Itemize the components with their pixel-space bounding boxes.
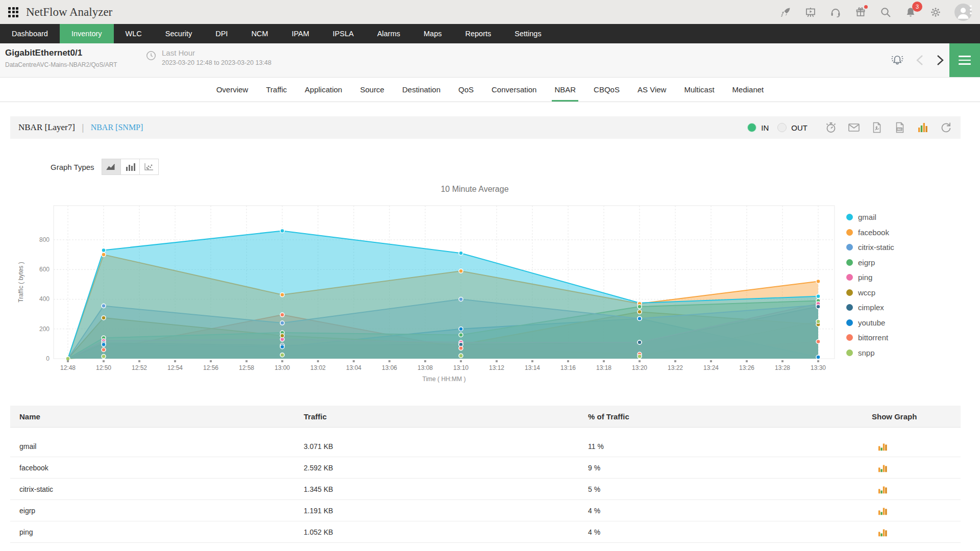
schedule-timer-icon[interactable]	[824, 121, 838, 134]
svg-text:0: 0	[46, 355, 50, 362]
chart-area: 020040060080012:4812:5012:5212:5412:5612…	[0, 202, 980, 395]
row-percent: 9 %	[588, 464, 600, 472]
legend-item-facebook[interactable]: facebook	[846, 225, 894, 240]
svg-text:13:06: 13:06	[382, 364, 397, 371]
refresh-icon[interactable]	[939, 121, 952, 134]
legend-dot	[846, 319, 853, 326]
svg-text:13:02: 13:02	[310, 364, 326, 371]
nav-item-security[interactable]: Security	[154, 24, 204, 43]
show-graph-button[interactable]	[878, 442, 888, 450]
time-period-selector[interactable]: Last Hour 2023-03-20 12:48 to 2023-03-20…	[145, 48, 272, 66]
alarm-bell-ring-icon[interactable]	[889, 52, 905, 68]
graph-type-area-button[interactable]	[102, 159, 121, 175]
traffic-chart[interactable]: 020040060080012:4812:5012:5212:5412:5612…	[0, 202, 980, 390]
svg-text:Traffic ( bytes ): Traffic ( bytes )	[17, 262, 24, 302]
pdf-export-icon[interactable]	[870, 121, 884, 134]
nav-item-settings[interactable]: Settings	[503, 24, 553, 43]
tab-as-view[interactable]: AS View	[638, 78, 666, 102]
row-name: facebook	[19, 464, 48, 472]
nav-overflow-kebab-icon[interactable]	[970, 0, 972, 19]
nav-item-maps[interactable]: Maps	[412, 24, 453, 43]
tab-qos[interactable]: QoS	[458, 78, 474, 102]
legend-item-gmail[interactable]: gmail	[846, 210, 894, 225]
legend-item-youtube[interactable]: youtube	[846, 315, 894, 331]
tab-application[interactable]: Application	[305, 78, 342, 102]
nav-item-ipsla[interactable]: IPSLA	[321, 24, 365, 43]
topbar: NetFlow Analyzer 3	[0, 0, 980, 24]
bell-icon[interactable]: 3	[904, 6, 917, 18]
next-interface-chevron-icon[interactable]	[931, 52, 947, 68]
legend-item-wccp[interactable]: wccp	[846, 285, 894, 300]
nav-item-alarms[interactable]: Alarms	[365, 24, 412, 43]
legend-item-ping[interactable]: ping	[846, 270, 894, 285]
time-range-label: Last Hour	[162, 48, 272, 57]
chart-title: 10 Minute Average	[54, 185, 896, 194]
area-chart-icon	[106, 162, 117, 171]
tab-source[interactable]: Source	[360, 78, 384, 102]
header-hamburger-menu[interactable]	[949, 43, 980, 77]
gear-icon[interactable]	[929, 6, 942, 18]
user-avatar[interactable]	[954, 4, 972, 21]
tab-conversation[interactable]: Conversation	[492, 78, 536, 102]
nav-item-dashboard[interactable]: Dashboard	[0, 24, 60, 43]
svg-text:13:12: 13:12	[489, 364, 504, 371]
tab-traffic[interactable]: Traffic	[266, 78, 287, 102]
show-graph-button[interactable]	[878, 506, 888, 515]
out-radio-label: OUT	[791, 123, 807, 132]
rocket-icon[interactable]	[779, 6, 792, 18]
legend-item-cimplex[interactable]: cimplex	[846, 300, 894, 315]
svg-text:600: 600	[39, 266, 50, 273]
nav-item-dpi[interactable]: DPI	[204, 24, 239, 43]
legend-dot	[846, 214, 853, 220]
graph-type-bar-button[interactable]	[120, 159, 140, 175]
email-icon[interactable]	[847, 121, 861, 134]
nbar-snmp-link[interactable]: NBAR [SNMP]	[91, 123, 143, 132]
col-name: Name	[19, 412, 40, 421]
show-graph-bars-icon	[878, 506, 888, 515]
row-percent: 5 %	[588, 485, 600, 493]
tab-multicast[interactable]: Multicast	[684, 78, 714, 102]
legend-item-snpp[interactable]: snpp	[846, 345, 894, 361]
tab-nbar[interactable]: NBAR	[554, 78, 576, 102]
tab-medianet[interactable]: Medianet	[732, 78, 764, 102]
nav-item-inventory[interactable]: Inventory	[60, 24, 114, 43]
csv-export-icon[interactable]: CSV	[893, 121, 906, 134]
tab-overview[interactable]: Overview	[216, 78, 249, 102]
legend-dot	[846, 304, 853, 311]
nav-item-wlc[interactable]: WLC	[114, 24, 154, 43]
in-radio[interactable]	[747, 123, 756, 132]
chart-view-icon[interactable]	[916, 121, 929, 134]
legend-label: wccp	[858, 288, 875, 297]
show-graph-button[interactable]	[878, 463, 888, 472]
nav-item-reports[interactable]: Reports	[454, 24, 503, 43]
prev-interface-chevron-icon[interactable]	[913, 52, 929, 68]
svg-text:13:14: 13:14	[525, 364, 540, 371]
svg-text:12:50: 12:50	[96, 364, 111, 371]
nav-item-ipam[interactable]: IPAM	[280, 24, 321, 43]
show-graph-bars-icon	[878, 528, 888, 536]
legend-item-citrix-static[interactable]: citrix-static	[846, 240, 894, 255]
legend-label: youtube	[858, 318, 885, 327]
search-icon[interactable]	[879, 6, 892, 18]
headset-icon[interactable]	[829, 6, 842, 18]
show-graph-bars-icon	[878, 463, 888, 472]
tab-destination[interactable]: Destination	[402, 78, 440, 102]
legend-item-eigrp[interactable]: eigrp	[846, 255, 894, 270]
table-header: Name Traffic % of Traffic Show Graph	[10, 406, 961, 428]
svg-text:800: 800	[39, 236, 50, 243]
demo-player-icon[interactable]	[804, 6, 817, 18]
graph-types-label: Graph Types	[51, 163, 94, 171]
show-graph-bars-icon	[878, 442, 888, 450]
gift-icon[interactable]	[854, 6, 867, 18]
out-radio[interactable]	[777, 123, 787, 132]
graph-type-scatter-button[interactable]	[139, 159, 159, 175]
nav-item-ncm[interactable]: NCM	[239, 24, 280, 43]
tab-cbqos[interactable]: CBQoS	[594, 78, 620, 102]
apps-grid-icon[interactable]	[8, 7, 18, 17]
show-graph-button[interactable]	[878, 485, 888, 493]
svg-text:13:04: 13:04	[346, 364, 361, 371]
svg-text:400: 400	[39, 295, 50, 303]
legend-item-bittorrent[interactable]: bittorrent	[846, 330, 894, 345]
legend-label: bittorrent	[858, 333, 888, 342]
show-graph-button[interactable]	[878, 528, 888, 536]
